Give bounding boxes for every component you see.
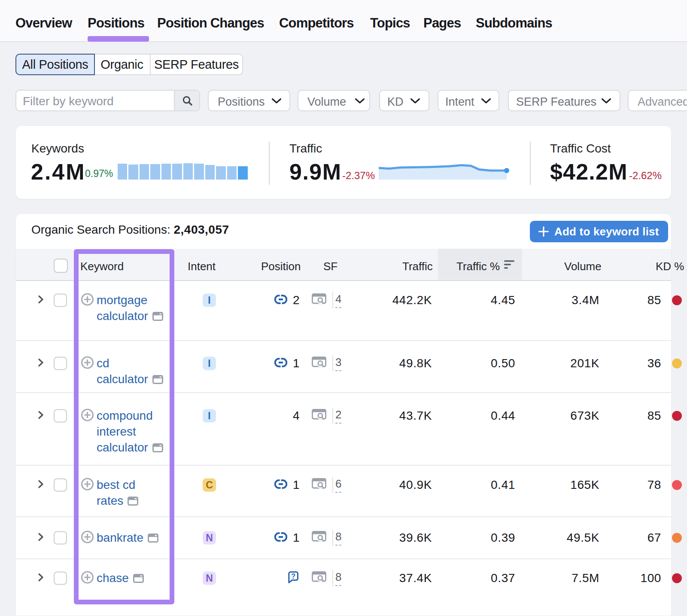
svg-text:?: ?: [291, 572, 295, 580]
